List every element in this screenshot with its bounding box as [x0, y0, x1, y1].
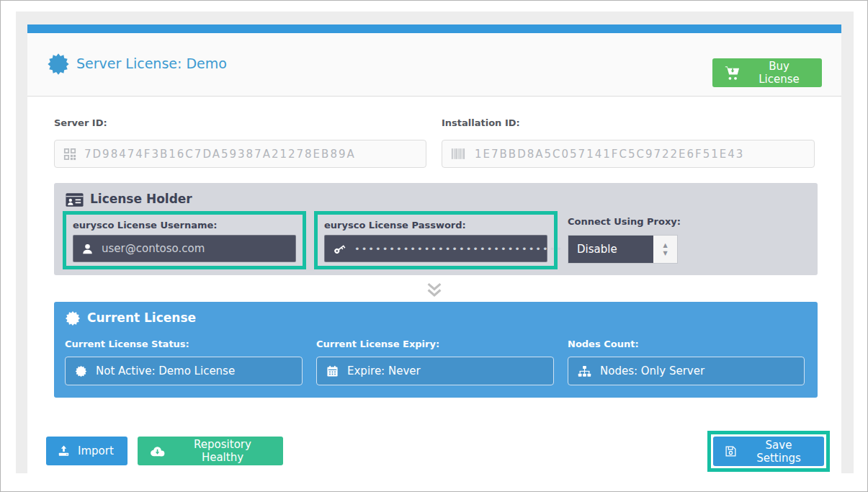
server-id-field[interactable]: 7D98474F3B16C7DA59387A21278EB89A: [54, 140, 426, 168]
nodes-label: Nodes Count:: [568, 339, 639, 349]
server-id-value: 7D98474F3B16C7DA59387A21278EB89A: [84, 148, 356, 161]
upload-icon: [58, 445, 70, 457]
proxy-label: Connect Using Proxy:: [568, 216, 681, 227]
spinner-up-icon: ▲: [663, 243, 667, 249]
import-label: Import: [78, 444, 114, 457]
license-badge-icon: [65, 310, 81, 326]
server-id-label: Server ID:: [54, 117, 107, 128]
installation-id-field[interactable]: 1E7BBD8A5C057141FC5C9722E6F51E43: [442, 140, 815, 168]
certificate-icon: [47, 52, 70, 76]
password-label: eurysco License Password:: [324, 220, 547, 231]
status-box: Not Active: Demo License: [65, 357, 303, 385]
expiry-box: Expire: Never: [316, 357, 554, 385]
cart-arrow-down-icon: [724, 66, 740, 81]
expiry-label: Current License Expiry:: [316, 339, 439, 349]
repository-health-button[interactable]: Repository Healthy: [138, 437, 283, 465]
status-label: Current License Status:: [65, 339, 189, 349]
proxy-selected-value: Disable: [568, 236, 653, 263]
save-icon: [725, 445, 737, 457]
installation-id-label: Installation ID:: [442, 117, 520, 128]
username-input[interactable]: user@contoso.com: [73, 235, 296, 262]
barcode-icon: [451, 148, 467, 160]
qr-code-icon: [63, 148, 76, 161]
card-content: Server ID: 7D98474F3B16C7DA59387A21278EB…: [27, 97, 841, 473]
current-license-title: Current License: [87, 310, 196, 325]
repository-health-label: Repository Healthy: [174, 438, 272, 464]
nodes-value: Nodes: Only Server: [600, 364, 704, 377]
buy-license-label: Buy License: [748, 60, 810, 86]
current-license-panel: Current License Current License Status: …: [54, 302, 818, 398]
chevron-double-down-icon[interactable]: [425, 282, 444, 298]
save-settings-label: Save Settings: [745, 439, 813, 465]
status-value: Not Active: Demo License: [96, 364, 235, 377]
app-window: Server License: Demo Buy License Server …: [0, 0, 868, 492]
highlight-box-save: Save Settings: [707, 431, 830, 472]
select-spinner[interactable]: ▲ ▼: [653, 236, 677, 263]
card-header: Server License: Demo Buy License: [27, 33, 841, 97]
installation-id-value: 1E7BBD8A5C057141FC5C9722E6F51E43: [475, 148, 744, 161]
license-card: Server License: Demo Buy License Server …: [27, 24, 841, 473]
username-label: eurysco License Username:: [73, 220, 296, 231]
id-card-icon: [65, 192, 84, 208]
card-accent-bar: [27, 24, 841, 33]
license-holder-title: License Holder: [90, 192, 192, 206]
calendar-icon: [326, 365, 339, 377]
expiry-value: Expire: Never: [347, 364, 421, 377]
key-icon: [333, 242, 346, 256]
user-icon: [81, 243, 94, 255]
spinner-down-icon: ▼: [663, 251, 667, 256]
import-button[interactable]: Import: [46, 437, 127, 465]
nodes-box: Nodes: Only Server: [568, 357, 805, 385]
save-frame: Save Settings: [711, 434, 826, 468]
password-mask: ••••••••••••••••••••••••••••••: [354, 243, 563, 254]
license-holder-panel: License Holder eurysco License Username:…: [54, 183, 818, 275]
buy-license-button[interactable]: Buy License: [712, 58, 822, 87]
sitemap-icon: [578, 365, 591, 377]
page-background: Server License: Demo Buy License Server …: [16, 12, 854, 473]
highlight-box-password: eurysco License Password: ••••••••••••••…: [314, 211, 558, 269]
status-badge-icon: [75, 365, 87, 377]
save-settings-button[interactable]: Save Settings: [713, 437, 824, 466]
page-title: Server License: Demo: [76, 55, 227, 71]
highlight-box-username: eurysco License Username: user@contoso.c…: [63, 211, 306, 269]
cloud-download-icon: [149, 445, 166, 457]
proxy-select[interactable]: Disable ▲ ▼: [568, 235, 678, 264]
password-input[interactable]: ••••••••••••••••••••••••••••••: [324, 235, 547, 262]
username-value: user@contoso.com: [102, 242, 205, 255]
